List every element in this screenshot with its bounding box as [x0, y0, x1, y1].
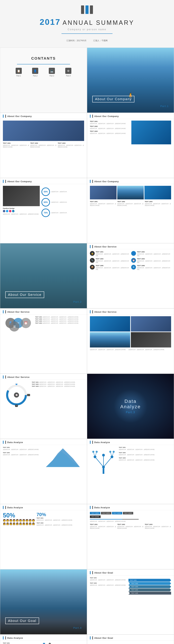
slide-header-1: About Our Company [0, 113, 87, 119]
percent-text-area: 70% TEXT 1001 这是演示文本，这是演示文本，这是演示文本，这里是演示… [36, 512, 74, 526]
person-7: 🧑 [22, 519, 25, 522]
svg-point-16 [92, 451, 94, 453]
contents-title: CONTANTS [10, 56, 77, 61]
data-analyze-slide-2: Data Analyze [87, 439, 174, 504]
accent-bar-da4 [90, 506, 90, 509]
service-icon-1: 🔒 [90, 251, 95, 256]
accent-bar2-da1 [5, 441, 6, 444]
service-photo-slide: About Our Service Part.2 [0, 243, 87, 308]
slide-header-s3: About Our Service [87, 308, 174, 314]
slide-header-3: About Our Company [0, 178, 87, 184]
stats-col: 50% 这是演示文本，这是演示文本。 60% 这是演示文本，这是演示文本。 70… [42, 186, 68, 217]
content-item-4: ⚙ Part.4 [65, 68, 71, 77]
photo-building [131, 120, 171, 144]
svg-point-12 [102, 466, 105, 468]
part4-icon: ⚙ [65, 68, 71, 74]
text-label-1: TEXT HERE [90, 512, 100, 514]
slide-body-goal-1: TEXT 1001 这是演示文本，这是演示文本，这是演示文本，这里是演示文本内容… [87, 576, 174, 596]
cover-year: 2017 [40, 17, 61, 27]
tree-text-items: TEXT 1001 这是演示文本，这是演示文本，这是演示文本，这里是演示文本内容… [119, 447, 156, 461]
about-service-slide-2: About Our Service 👤 ✂ 🖥 ⏰ TEXT 1001 [0, 308, 87, 374]
person-f1: 👩 [3, 522, 6, 525]
slide-header-2: About Our Company [87, 113, 174, 119]
big-50-text: 50% [3, 512, 35, 519]
circle-60: 60% [42, 198, 50, 206]
diamond-layout: TEXT 1001 这是演示文本，这是演示文本，这是演示文本，这里是演示文本内容… [3, 642, 84, 644]
slide-header-g1: About Our Goal [87, 570, 174, 576]
svg-line-7 [104, 457, 112, 467]
slide-header-s4: About Our Service [0, 374, 87, 380]
header-text-service-3: About Our Service [94, 310, 116, 313]
service-photo-4 [131, 332, 171, 348]
header-text-1: About Our Company [7, 115, 32, 118]
accent-bar2 [5, 115, 6, 118]
person-icons-row: 🧑 🧑 🧑 🧑 🧑 🧑 🧑 🧑 🧑 🧑 [3, 519, 35, 522]
service-item-2: 👤 TEXT 1002 这是演示文本，这是演示文本，这是演示文本，这里是演示文本… [131, 251, 171, 256]
text-row-2: TEXT 1002 这是演示文本，这是演示文本，这是演示文本，这里是演示文本内容… [35, 318, 84, 320]
accent-bar-da3 [3, 506, 4, 509]
text-label-3: TEXT HERE [112, 512, 122, 514]
chart-text-items: TEXT 1001 这是演示文本，这是演示文本，这是演示文本，这里是演示文本内容… [3, 447, 40, 456]
text-items: TEXT 1001 这是演示文本，这是演示文本，这是演示文本，这里是演示文本内容… [35, 316, 84, 324]
content-item-1: 📋 Part.1 [16, 68, 22, 77]
data-analyze-diamonds: Data Analyze TEXT 1001 这是演示文本，这是演示文本，这是演… [0, 634, 87, 644]
goal-text-area: TEXT 1001 这是演示文本，这是演示文本，这是演示文本，这里是演示文本内容… [90, 577, 127, 594]
service-photo-grid [90, 316, 171, 348]
part3-icon: 💻 [49, 68, 55, 74]
accent-bar-s1 [90, 245, 90, 248]
ring-diagram: 📈 👥 🎓 ⚙ [3, 382, 30, 408]
percent-text-items: TEXT 1001 这是演示文本，这是演示文本，这是演示文本，这里是演示文本内容… [36, 517, 74, 526]
text-columns-1: TEXT 1001 这是演示文本，这是演示文本，这是演示文本，这里是演示文本内容… [3, 142, 84, 148]
ring-layout: 📈 👥 🎓 ⚙ TEXT 1001 这是演示文本，这是演示文本，这是演示文本，这… [3, 382, 84, 408]
slide-body-1: TEXT 1001 这是演示文本，这是演示文本，这是演示文本，这里是演示文本内容… [0, 119, 87, 150]
service-item-4: ⏰ TEXT 1004 这是演示文本，这是演示文本，这是演示文本，这里是演示文本… [131, 258, 171, 264]
service-item-6: ⚙ TEXT 1006 这是演示文本，这是演示文本，这是演示文本，这里是演示文本… [131, 265, 171, 270]
accent-bar2-3 [5, 180, 6, 183]
svg-line-5 [95, 457, 104, 467]
icon-bar-2 [86, 6, 88, 14]
contents-items: 📋 Part.1 👤 Part.2 💻 Part.3 ⚙ Part.4 [10, 68, 77, 77]
row-6: About Our Service 👤 ✂ 🖥 ⏰ TEXT 1001 [0, 308, 174, 374]
header-text-da4: Data Analyze [94, 506, 110, 509]
row-2: CONTANTS 📋 Part.1 👤 Part.2 💻 Part.3 ⚙ Pa [0, 48, 174, 113]
col-title-1: TEXT 1001 [3, 142, 29, 144]
about-company-overlay: About Our Company [92, 96, 134, 102]
slide-body-da3: 50% 🧑 🧑 🧑 🧑 🧑 🧑 🧑 🧑 🧑 🧑 � [0, 510, 87, 528]
photo-grid [90, 186, 171, 200]
arrow-3: TEXT 1003 [128, 585, 171, 588]
venn-text: TEXT 1001 这是演示文本，这是演示文本，这是演示文本，这里是演示文本内容… [35, 316, 84, 333]
arrow-5: TEXT 1005 [128, 592, 171, 594]
stat-60: 60% 这是演示文本，这是演示文本。 [42, 198, 68, 206]
row-5: About Our Service Part.2 About Our Servi… [0, 243, 174, 308]
ring-text-items: TEXT 1001 这是演示文本，这是演示文本，这是演示文本，这里是演示文本内容… [32, 382, 76, 387]
person-3: 🧑 [9, 519, 12, 522]
text-row-3: TEXT 1003 这是演示文本，这是演示文本，这是演示文本，这里是演示文本内容… [35, 320, 84, 322]
person-f6: 👩 [19, 522, 22, 525]
goal-text-items: TEXT 1001 这是演示文本，这是演示文本，这是演示文本，这里是演示文本内容… [90, 577, 127, 586]
text-label-row: TEXT HERE TEXT HERE TEXT HERE TEXT HERE [90, 512, 171, 514]
text-grid-cols: TEXT 1001 这是演示文本，这是演示文本，这是演示文本，这里是演示文本内容… [90, 201, 171, 206]
svg-point-17 [96, 451, 98, 453]
venn-layout: 👤 ✂ 🖥 ⏰ TEXT 1001 这是演示文本，这是演示文本，这是演示文本，这… [3, 316, 84, 333]
row-8: Data Analyze TEXT 1001 这是演示文本，这是演示文本，这是演… [0, 439, 174, 504]
about-company-slide-1: About Our Company TEXT 1001 这是演示文本，这是演示文… [0, 113, 87, 178]
tree-diagram-area [90, 447, 117, 477]
service-icon-2: 👤 [131, 251, 136, 256]
slide-body-4: TEXT 1001 这是演示文本，这是演示文本，这是演示文本，这里是演示文本内容… [87, 184, 174, 208]
text-label-2: TEXT HERE [101, 512, 111, 514]
accent-bar2-g2 [92, 636, 93, 640]
chart-text-1: TEXT 1001 [3, 447, 40, 448]
row-3: About Our Company TEXT 1001 这是演示文本，这是演示文… [0, 113, 174, 178]
contents-slide: CONTANTS 📋 Part.1 👤 Part.2 💻 Part.3 ⚙ Pa [0, 48, 87, 113]
diam-text-items: TEXT 1001 这是演示文本，这是演示文本，这是演示文本，这里是演示文本内容… [3, 642, 40, 644]
slide-body-da2: TEXT 1001 这是演示文本，这是演示文本，这是演示文本，这里是演示文本内容… [87, 445, 174, 479]
tree-text-1: TEXT 1001 [119, 447, 156, 448]
diamond-shapes [42, 642, 52, 644]
about-service-slide-4: About Our Service 📈 👥 🎓 ⚙ [0, 374, 87, 439]
glow-orb [114, 389, 148, 423]
timeline-container: 2011 2012 2013 2014 [90, 642, 171, 644]
header-text-2: About Our Company [94, 115, 119, 118]
service-icon-3: 🔧 [90, 258, 95, 263]
svg-point-14 [102, 454, 105, 456]
row-11: Data Analyze TEXT 1001 这是演示文本，这是演示文本，这是演… [0, 634, 174, 644]
